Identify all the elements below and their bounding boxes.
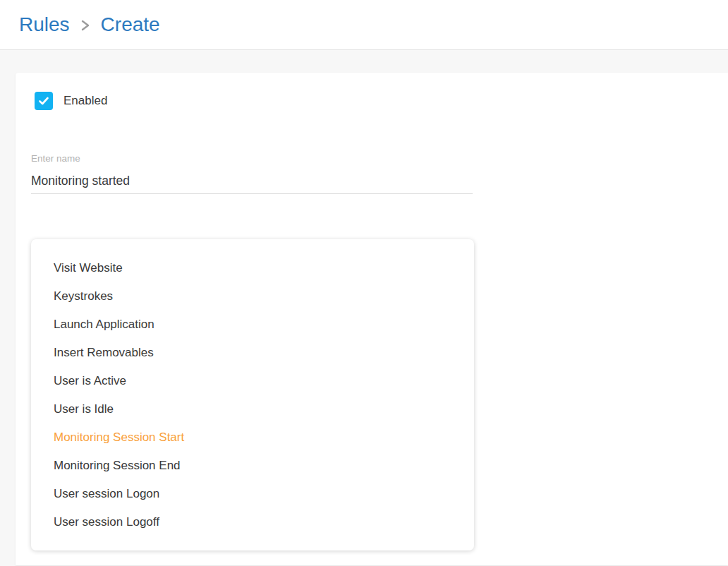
list-item[interactable]: Monitoring Session Start bbox=[31, 423, 474, 452]
enabled-checkbox-row[interactable]: Enabled bbox=[35, 92, 107, 110]
name-input[interactable] bbox=[31, 174, 473, 194]
trigger-list-panel: Visit WebsiteKeystrokesLaunch Applicatio… bbox=[31, 239, 474, 550]
list-item[interactable]: User is Idle bbox=[31, 395, 474, 423]
list-item[interactable]: User is Active bbox=[31, 367, 474, 395]
breadcrumb-rules[interactable]: Rules bbox=[19, 13, 70, 36]
create-rule-card: Enabled Enter name Visit WebsiteKeystrok… bbox=[16, 73, 728, 565]
list-item[interactable]: Monitoring Session End bbox=[31, 452, 474, 480]
breadcrumb-create[interactable]: Create bbox=[101, 13, 160, 36]
name-field: Enter name bbox=[31, 153, 728, 194]
list-item[interactable]: User session Logon bbox=[31, 480, 474, 508]
list-item[interactable]: User session Logoff bbox=[31, 508, 474, 536]
enabled-checkbox[interactable] bbox=[35, 92, 53, 110]
enabled-checkbox-label: Enabled bbox=[63, 94, 107, 108]
page-body: Enabled Enter name Visit WebsiteKeystrok… bbox=[0, 73, 728, 565]
breadcrumb: Rules Create bbox=[19, 13, 160, 36]
list-item[interactable]: Keystrokes bbox=[31, 282, 474, 311]
name-field-label: Enter name bbox=[31, 153, 728, 164]
chevron-right-icon bbox=[80, 18, 90, 33]
list-item[interactable]: Visit Website bbox=[31, 254, 474, 282]
page-header: Rules Create bbox=[0, 0, 728, 50]
checkmark-icon bbox=[37, 95, 50, 107]
list-item[interactable]: Launch Application bbox=[31, 311, 474, 339]
list-item[interactable]: Insert Removables bbox=[31, 339, 474, 367]
